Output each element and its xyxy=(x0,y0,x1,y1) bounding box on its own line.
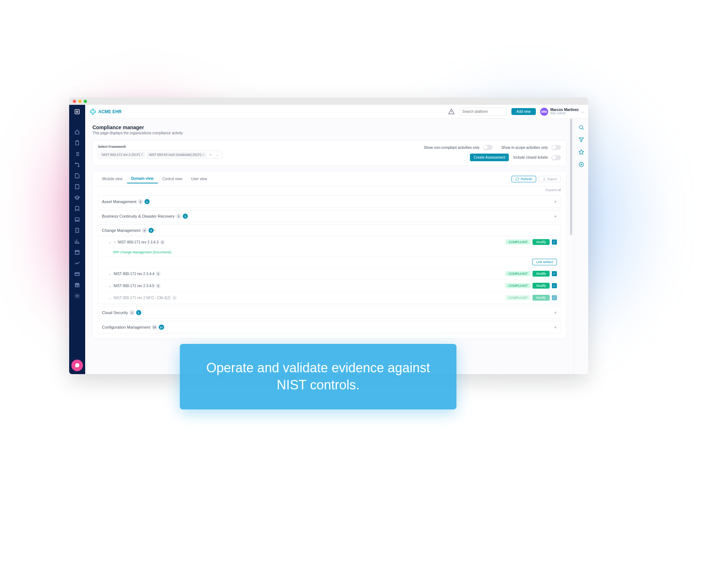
expand-icon[interactable]: + xyxy=(554,213,557,219)
control-row[interactable]: ⌄ NIST 800-171 rev 2 3.4.4 1 COMPLIANT M… xyxy=(98,268,561,280)
tab-domain-view[interactable]: Domain view xyxy=(127,174,158,183)
badge-count: 2 xyxy=(138,199,143,204)
chevron-down-icon: ⌄ xyxy=(108,240,111,244)
svg-point-11 xyxy=(76,295,78,297)
clear-chips-icon[interactable]: × xyxy=(208,153,213,157)
toggle-closed-tickets[interactable] xyxy=(551,155,561,160)
caption-overlay: Operate and validate evidence against NI… xyxy=(180,344,456,409)
nav-bookmark-icon[interactable] xyxy=(72,204,82,213)
tab-user-view[interactable]: User view xyxy=(187,175,211,183)
status-badge: COMPLIANT xyxy=(506,239,531,245)
right-rail xyxy=(574,119,588,374)
expand-icon[interactable]: + xyxy=(554,324,557,330)
chip-remove-icon[interactable]: × xyxy=(141,153,143,156)
add-new-button[interactable]: Add new xyxy=(511,108,536,115)
nav-doc-icon[interactable] xyxy=(72,182,82,191)
toggle-inscope[interactable] xyxy=(551,145,561,150)
domain-row-config[interactable]: Configuration Management 15 11 + xyxy=(98,321,561,333)
nav-education-icon[interactable] xyxy=(72,193,82,202)
maximize-dot[interactable] xyxy=(84,100,87,103)
scrollbar[interactable] xyxy=(570,119,572,366)
app-logo[interactable] xyxy=(69,105,85,119)
checkbox[interactable]: ✓ xyxy=(552,239,557,245)
domain-row-cloud[interactable]: Cloud Security 1 1 + xyxy=(98,306,561,319)
brand[interactable]: ACME EHR xyxy=(90,108,122,115)
toggle-noncompliant[interactable] xyxy=(483,145,492,150)
svg-rect-5 xyxy=(75,185,79,189)
download-icon xyxy=(542,177,546,181)
page-title: Compliance manager xyxy=(92,124,566,130)
user-menu[interactable]: MM Marcos Martinez Site Admin ⌄ xyxy=(540,108,584,116)
nav-home-icon[interactable] xyxy=(72,127,82,137)
tab-module-view[interactable]: Module view xyxy=(98,175,127,183)
checkbox[interactable]: ✓ xyxy=(552,283,557,288)
window-titlebar xyxy=(69,98,588,105)
collapse-icon[interactable]: − xyxy=(154,228,156,233)
export-button[interactable]: Export xyxy=(538,176,561,182)
svg-rect-2 xyxy=(76,141,79,145)
svg-point-12 xyxy=(579,126,582,129)
nav-chart-icon[interactable] xyxy=(72,237,82,246)
refresh-button[interactable]: Refresh xyxy=(511,176,536,182)
nav-file-icon[interactable] xyxy=(72,171,82,181)
close-dot[interactable] xyxy=(73,100,76,103)
tab-control-view[interactable]: Control view xyxy=(158,175,187,183)
framework-chip: NIST 800-171 rev 2 (SCF)× xyxy=(100,152,145,157)
badge-count: 1 xyxy=(160,240,165,245)
brand-plus-icon xyxy=(90,108,96,115)
nav-building-icon[interactable] xyxy=(72,226,82,235)
nav-card-icon[interactable] xyxy=(72,269,82,279)
badge-count: 1 xyxy=(156,271,161,276)
control-row[interactable]: ⌄ NIST 800-171 rev 2 3.4.5 1 COMPLIANT M… xyxy=(98,280,561,292)
chat-button[interactable] xyxy=(71,360,83,371)
badge-count: 1 xyxy=(130,310,135,315)
chevron-down-icon: ⌄ xyxy=(108,284,111,288)
nav-clipboard-icon[interactable] xyxy=(72,138,82,148)
badge-count: 1 xyxy=(156,284,161,288)
modify-button[interactable]: Modify xyxy=(533,271,550,277)
expand-icon[interactable]: + xyxy=(554,310,557,316)
control-row[interactable]: ⌄ − NIST 800-171 rev 2 3.4.3 1 COMPLIANT… xyxy=(98,236,561,248)
expand-all-link[interactable]: Expand all xyxy=(93,187,566,193)
chevron-down-icon[interactable]: ⌄ xyxy=(214,153,220,157)
domain-row-bcdr[interactable]: Business Continuity & Disaster Recovery … xyxy=(98,210,561,222)
modify-button[interactable]: Modify xyxy=(533,239,550,245)
nav-flow-icon[interactable] xyxy=(72,160,82,170)
control-row[interactable]: ⌄ NIST 800-171 rev 2 NFO - CM-3(2) 1 COM… xyxy=(98,292,561,304)
status-badge: COMPLIANT xyxy=(506,295,531,300)
create-assessment-button[interactable]: Create Assessment xyxy=(470,154,509,161)
filter-icon[interactable] xyxy=(578,137,584,143)
chip-remove-icon[interactable]: × xyxy=(202,153,204,156)
svg-point-4 xyxy=(78,166,79,167)
nav-trend-icon[interactable] xyxy=(72,258,82,268)
document-link[interactable]: SPP Change Management (Documents) xyxy=(98,248,561,257)
modify-button[interactable]: Modify xyxy=(533,295,550,301)
add-circle-icon[interactable] xyxy=(578,162,584,167)
nav-gift-icon[interactable] xyxy=(72,280,82,290)
search-input[interactable] xyxy=(459,108,507,116)
badge-count: 11 xyxy=(159,325,164,330)
toggle-label: Show in-scope activities only xyxy=(501,146,548,150)
checkbox[interactable]: ✓ xyxy=(552,271,557,276)
nav-laptop-icon[interactable] xyxy=(72,215,82,224)
nav-gear-icon[interactable] xyxy=(72,291,82,301)
framework-select[interactable]: NIST 800-171 rev 2 (SCF)× NIST 800-53 re… xyxy=(98,151,222,159)
minimize-dot[interactable] xyxy=(78,100,82,103)
domain-row-asset[interactable]: Asset Management 2 1 + xyxy=(98,195,561,208)
svg-point-1 xyxy=(76,111,78,113)
search-icon[interactable] xyxy=(578,124,584,130)
alert-icon[interactable] xyxy=(448,108,455,115)
svg-rect-8 xyxy=(75,250,79,254)
badge-count: 4 xyxy=(142,228,147,233)
star-icon[interactable] xyxy=(578,149,584,155)
framework-chip: NIST 800-53 rev5 (moderate) (SCF)× xyxy=(147,152,206,157)
badge-count: 1 xyxy=(176,214,181,219)
modify-button[interactable]: Modify xyxy=(533,283,550,289)
nav-list-icon[interactable] xyxy=(72,149,82,159)
expand-icon[interactable]: + xyxy=(554,199,557,205)
link-artifact-button[interactable]: Link artifact xyxy=(532,259,557,265)
checkbox[interactable]: ✓ xyxy=(552,295,557,300)
brand-name: ACME EHR xyxy=(98,109,122,114)
nav-calendar-icon[interactable] xyxy=(72,247,82,257)
framework-label: Select Framework xyxy=(98,145,409,148)
